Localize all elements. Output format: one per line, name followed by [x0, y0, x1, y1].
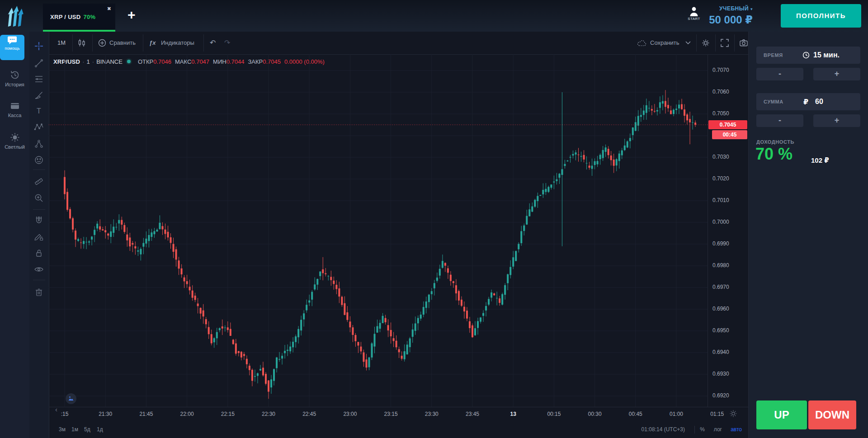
- payout-percent: 70 %: [755, 145, 793, 164]
- account-balance: 50 000 ₽: [691, 14, 753, 26]
- range-button[interactable]: 1д: [97, 421, 103, 438]
- time-label: 01:00: [670, 411, 683, 417]
- time-label: 23:15: [384, 411, 398, 417]
- time-label: 22:45: [302, 411, 316, 417]
- theme-sun-icon[interactable]: [729, 409, 738, 418]
- trend-line-tool[interactable]: [34, 58, 44, 68]
- asset-tab[interactable]: XRP / USD70% ✖: [43, 4, 115, 32]
- price-label: 0.6970: [712, 284, 729, 290]
- drawing-lock-tool[interactable]: [34, 231, 44, 241]
- nav-label: Светлый: [0, 144, 29, 150]
- candles-icon: [77, 38, 87, 48]
- account-type[interactable]: УЧЕБНЫЙ ▾: [696, 5, 753, 12]
- text-tool[interactable]: T: [34, 106, 44, 116]
- watermark-button[interactable]: [66, 393, 76, 404]
- time-label: :15: [61, 411, 69, 417]
- nav-label: Касса: [0, 113, 29, 118]
- add-tab-button[interactable]: +: [127, 8, 136, 22]
- crosshair-tool[interactable]: [34, 41, 44, 51]
- time-label: 00:30: [588, 411, 602, 417]
- nav-item-theme-light[interactable]: Светлый: [0, 132, 29, 150]
- time-label: 21:45: [139, 411, 153, 417]
- ruler-tool[interactable]: [34, 176, 44, 186]
- chat-bubble-icon: [7, 35, 18, 46]
- candlestick-chart[interactable]: [49, 54, 708, 407]
- chevron-down-icon[interactable]: [685, 41, 691, 45]
- compare-icon[interactable]: [98, 38, 107, 47]
- time-field[interactable]: ВРЕМЯ 15 мин.: [756, 47, 860, 64]
- zoom-in-tool[interactable]: [34, 193, 44, 203]
- time-label: 22:15: [221, 411, 235, 417]
- magnet-tool[interactable]: [34, 215, 44, 225]
- cloud-save-icon[interactable]: [637, 38, 646, 47]
- nav-item-cashier[interactable]: Касса: [0, 100, 29, 118]
- down-button[interactable]: DOWN: [808, 400, 856, 429]
- compare-button[interactable]: Сравнить: [109, 32, 136, 54]
- amount-field[interactable]: СУММА ₽ 60: [756, 93, 860, 110]
- asset-tab-payout: 70%: [83, 14, 95, 20]
- fx-icon[interactable]: ƒx: [149, 32, 156, 54]
- auto-scale-button[interactable]: авто: [731, 421, 742, 438]
- trade-panel: ВРЕМЯ 15 мин. - + СУММА ₽ 60 - + ДОХОДНО…: [748, 32, 868, 438]
- xabcd-pattern-tool[interactable]: [34, 122, 44, 132]
- log-scale-button[interactable]: лог: [714, 421, 722, 438]
- deposit-button[interactable]: ПОПОЛНИТЬ: [781, 4, 861, 28]
- forecast-tool[interactable]: [34, 139, 44, 149]
- fullscreen-icon[interactable]: [720, 38, 730, 48]
- time-label: 21:30: [99, 411, 112, 417]
- time-label: 00:45: [629, 411, 642, 417]
- range-button[interactable]: 1м: [71, 421, 78, 438]
- range-button[interactable]: 5д: [84, 421, 90, 438]
- percent-scale-button[interactable]: %: [700, 421, 705, 438]
- price-axis[interactable]: 0.7045 00:45 0.70700.70600.70500.70400.7…: [708, 54, 749, 407]
- emoji-tool[interactable]: [34, 155, 44, 165]
- amount-minus-button[interactable]: -: [756, 114, 803, 127]
- time-label: 00:15: [547, 411, 561, 417]
- settings-gear-icon[interactable]: [701, 38, 711, 48]
- wallet-icon: [9, 100, 20, 111]
- time-label: 22:30: [262, 411, 275, 417]
- close-tab-icon[interactable]: ✖: [107, 6, 111, 12]
- range-button[interactable]: 3м: [59, 421, 66, 438]
- help-button[interactable]: помощь: [0, 35, 24, 60]
- remove-all-tool[interactable]: [34, 287, 44, 297]
- price-label: 0.6960: [712, 306, 729, 312]
- fib-retracement-tool[interactable]: [34, 74, 44, 84]
- time-label: 23:30: [425, 411, 439, 417]
- hide-all-tool[interactable]: [34, 264, 44, 274]
- brush-tool[interactable]: [34, 90, 44, 100]
- drawing-toolbar: T: [29, 32, 49, 438]
- time-plus-button[interactable]: +: [813, 68, 860, 80]
- amount-plus-button[interactable]: +: [813, 114, 860, 127]
- interval-button[interactable]: 1M: [54, 32, 69, 54]
- chart-style-button[interactable]: [77, 38, 87, 48]
- price-label: 0.6920: [712, 392, 729, 399]
- camera-icon[interactable]: [739, 38, 749, 48]
- price-label: 0.6980: [712, 262, 729, 268]
- save-button[interactable]: Сохранить: [650, 32, 679, 54]
- trading-app: XRP / USD70% ✖ + START УЧЕБНЫЙ ▾ 50 000 …: [0, 0, 868, 438]
- app-logo: [6, 4, 26, 28]
- undo-icon[interactable]: ↶: [210, 32, 216, 54]
- collapse-handle-icon[interactable]: ‹: [55, 405, 57, 413]
- price-label: 0.7050: [712, 110, 729, 117]
- nav-item-history[interactable]: История: [0, 70, 29, 87]
- price-label: 0.6950: [712, 327, 729, 334]
- indicators-button[interactable]: Индикаторы: [161, 32, 194, 54]
- countdown-tag: 00:45: [712, 130, 747, 139]
- lock-all-tool[interactable]: [34, 248, 44, 258]
- up-button[interactable]: UP: [756, 400, 807, 429]
- session-clock[interactable]: 01:08:14 (UTC+3): [642, 421, 685, 438]
- sun-icon: [9, 132, 20, 143]
- redo-icon[interactable]: ↷: [224, 32, 230, 54]
- price-label: 0.6990: [712, 240, 729, 247]
- help-label: помощь: [0, 46, 24, 51]
- time-axis[interactable]: :1521:3021:4522:0022:1522:3022:4523:0023…: [49, 407, 748, 422]
- time-minus-button[interactable]: -: [756, 68, 803, 80]
- price-label: 0.7060: [712, 89, 729, 95]
- svg-text:T: T: [37, 107, 41, 115]
- current-price-tag: 0.7045: [708, 120, 747, 129]
- price-label: 0.6930: [712, 371, 729, 377]
- nav-label: История: [0, 82, 29, 87]
- asset-tab-title: XRP / USD70%: [50, 14, 95, 20]
